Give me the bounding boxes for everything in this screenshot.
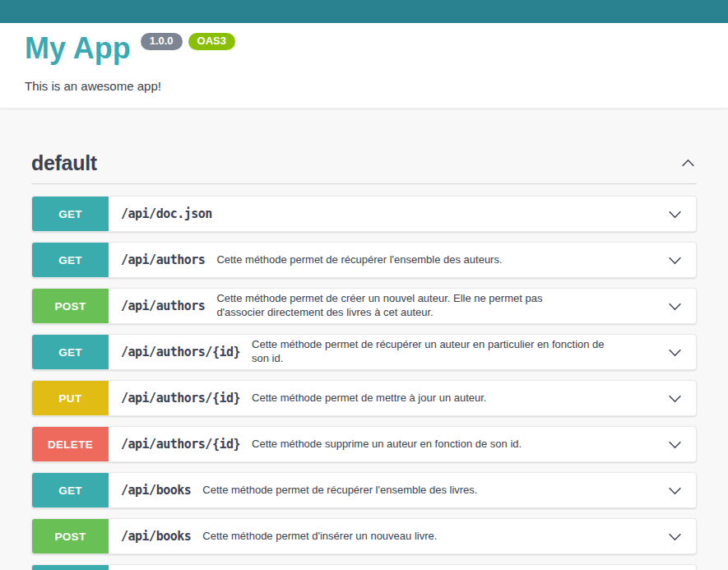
chevron-up-icon[interactable] (679, 155, 697, 172)
chevron-down-icon[interactable] (666, 206, 684, 223)
endpoint-path: /api/books (121, 529, 191, 544)
chevron-down-icon[interactable] (666, 390, 684, 407)
chevron-down-icon[interactable] (666, 482, 684, 499)
operation-row[interactable]: GET /api/books Cette méthode permet de r… (31, 472, 697, 508)
operation-row[interactable]: DELETE /api/authors/{id} Cette méthode s… (31, 426, 697, 462)
api-info-header: My App 1.0.0 OAS3 This is an awesome app… (0, 23, 728, 109)
app-title: My App (25, 31, 131, 66)
http-method-badge: GET (32, 565, 109, 570)
oas3-badge: OAS3 (188, 33, 235, 50)
chevron-down-icon[interactable] (666, 344, 684, 361)
http-method-badge: PUT (32, 381, 109, 415)
api-description: This is an awesome app! (25, 79, 703, 93)
endpoint-path: /api/authors/{id} (121, 391, 240, 405)
operation-row[interactable]: GET /api/authors Cette méthode permet de… (31, 242, 697, 278)
tag-section-header[interactable]: default (31, 151, 697, 184)
http-method-badge: DELETE (32, 427, 109, 461)
endpoint-description: Cette méthode permet de récupérer un aut… (252, 338, 622, 366)
endpoint-description: Cette méthode supprime un auteur en fonc… (252, 438, 622, 452)
endpoint-description: Cette méthode permet de créer un nouvel … (216, 292, 587, 320)
operation-row[interactable]: PUT /api/authors/{id} Cette méthode perm… (31, 380, 697, 416)
version-badge: 1.0.0 (141, 33, 183, 50)
title-badges: 1.0.0 OAS3 (141, 33, 235, 50)
operation-row[interactable]: GET /api/authors/{id} Cette méthode perm… (31, 334, 697, 370)
operations-section: default GET /api/doc.json GET /api/autho… (0, 109, 728, 570)
chevron-down-icon[interactable] (666, 436, 684, 453)
endpoint-description: Cette méthode permet de mettre à jour un… (252, 392, 622, 405)
top-bar (0, 0, 728, 23)
endpoint-path: /api/authors (121, 299, 205, 313)
operation-row[interactable]: POST /api/authors Cette méthode permet d… (31, 288, 697, 324)
endpoint-description: Cette méthode permet de récupérer l'ense… (202, 484, 573, 498)
title-row: My App 1.0.0 OAS3 (25, 31, 703, 66)
operations-list: GET /api/doc.json GET /api/authors Cette… (31, 196, 697, 570)
http-method-badge: POST (32, 289, 109, 323)
http-method-badge: GET (32, 473, 109, 507)
endpoint-path: /api/authors (121, 253, 205, 267)
http-method-badge: GET (32, 335, 109, 369)
http-method-badge: GET (32, 243, 109, 277)
endpoint-description: Cette méthode permet de récupérer l'ense… (216, 253, 587, 267)
operation-row[interactable]: POST /api/books Cette méthode permet d'i… (31, 518, 697, 554)
endpoint-path: /api/authors/{id} (121, 437, 240, 452)
endpoint-path: /api/authors/{id} (121, 345, 240, 359)
endpoint-description: Cette méthode permet d'insérer un nouvea… (202, 530, 573, 544)
chevron-down-icon[interactable] (666, 252, 684, 269)
http-method-badge: POST (32, 519, 109, 554)
endpoint-path: /api/books (121, 483, 191, 498)
tag-section-title: default (31, 151, 97, 175)
endpoint-path: /api/doc.json (121, 206, 212, 221)
chevron-down-icon[interactable] (666, 298, 684, 315)
operation-row[interactable]: GET /api/books/{id} Cette méthode permet… (31, 564, 697, 570)
http-method-badge: GET (32, 197, 109, 231)
chevron-down-icon[interactable] (666, 528, 684, 545)
operation-row[interactable]: GET /api/doc.json (31, 196, 697, 232)
